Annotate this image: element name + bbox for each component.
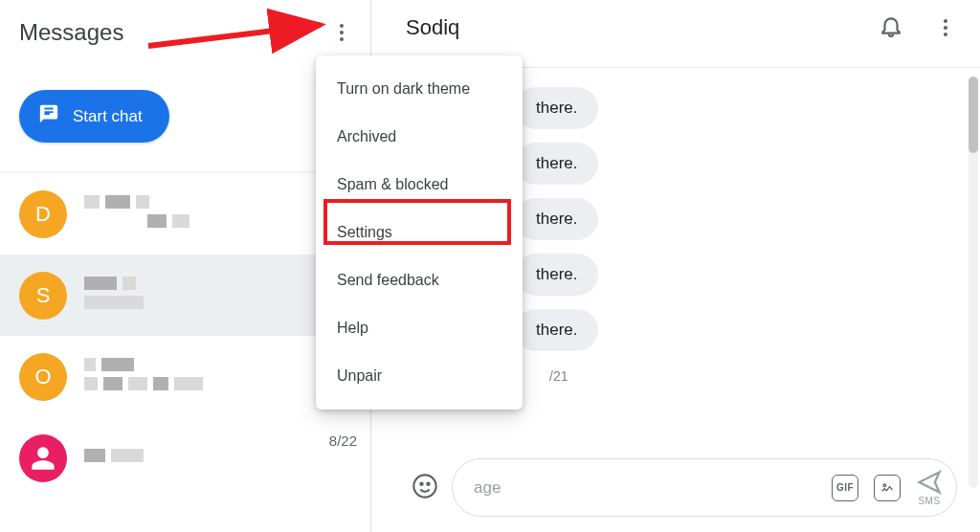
conversation-list: D 8/31 S 8/31 O 8/22 [0,171,370,499]
notifications-icon[interactable] [879,13,903,42]
svg-point-0 [413,475,435,497]
avatar: D [19,190,67,238]
menu-archived[interactable]: Archived [316,113,523,161]
start-chat-button[interactable]: Start chat [19,90,169,143]
app-title: Messages [19,19,123,46]
conversation-date: 8/22 [329,432,357,449]
message-bubble: there. [515,87,598,129]
menu-settings[interactable]: Settings [316,209,523,256]
send-button[interactable]: SMS [916,469,943,506]
avatar: S [19,272,67,320]
conversation-row[interactable]: 8/22 [0,417,370,499]
send-label: SMS [918,496,940,506]
start-chat-label: Start chat [73,107,143,126]
menu-dark-theme[interactable]: Turn on dark theme [316,65,523,113]
attach-image-icon[interactable] [874,475,901,501]
emoji-icon[interactable] [412,473,438,503]
svg-point-1 [420,482,422,484]
scrollbar[interactable] [969,77,978,488]
conversation-row[interactable]: S 8/31 [0,255,370,336]
menu-send-feedback[interactable]: Send feedback [316,256,523,304]
menu-help[interactable]: Help [316,304,523,352]
date-separator: /21 [549,368,980,384]
conversation-row[interactable]: D 8/31 [0,173,370,255]
message-bubble: there. [515,309,598,351]
sidebar-header: Messages [0,0,370,71]
svg-point-3 [883,484,886,487]
compose-placeholder: age [474,478,816,498]
conversation-row[interactable]: O 8/22 [0,336,370,417]
menu-unpair[interactable]: Unpair [316,352,523,400]
svg-point-2 [427,482,429,484]
chat-more-menu-button[interactable] [934,16,957,39]
compose-input[interactable]: age GIF SMS [452,458,957,517]
message-bubble: there. [515,143,598,185]
avatar: O [19,353,67,401]
message-bubble: there. [515,198,598,240]
contact-name: Sodiq [406,15,459,40]
avatar [19,434,67,482]
message-bubble: there. [515,254,598,296]
more-menu-button[interactable] [330,21,353,44]
chat-icon [38,103,59,129]
overflow-menu: Turn on dark theme Archived Spam & block… [316,55,523,410]
menu-spam-blocked[interactable]: Spam & blocked [316,161,523,209]
gif-icon[interactable]: GIF [832,475,858,501]
compose-bar: age GIF SMS [412,458,957,517]
